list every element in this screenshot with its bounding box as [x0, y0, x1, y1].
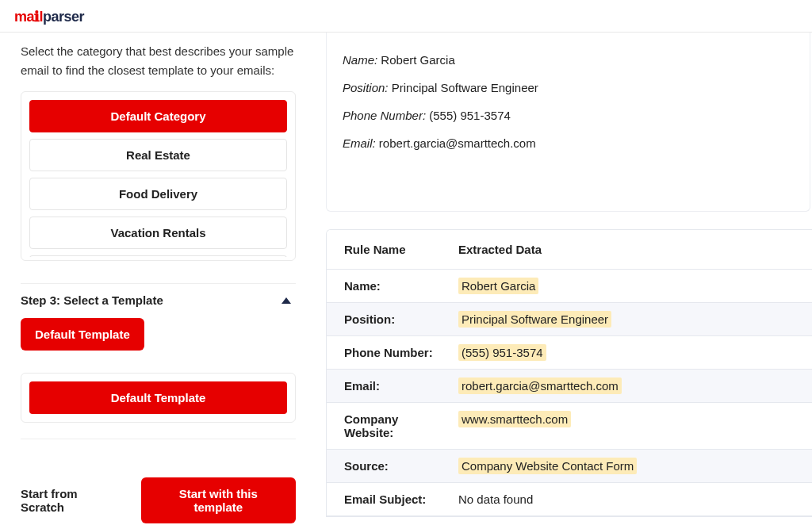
- step3-toggle[interactable]: Step 3: Select a Template: [21, 283, 296, 307]
- email-name-label: Name:: [343, 53, 377, 67]
- rule-name-cell: Company Website:: [327, 403, 452, 449]
- table-row: Email: robert.garcia@smarttech.com: [327, 370, 812, 403]
- table-row: Source: Company Website Contact Form: [327, 450, 812, 483]
- rules-table-header: Rule Name Extracted Data: [327, 230, 812, 270]
- table-row: Company Website: www.smarttech.com: [327, 403, 812, 450]
- default-template-button[interactable]: Default Template: [21, 318, 144, 351]
- category-food-delivery[interactable]: Food Delivery: [29, 178, 287, 210]
- email-email-value: robert.garcia@smarttech.com: [379, 136, 536, 150]
- email-phone-label: Phone Number:: [343, 109, 426, 122]
- extracted-data-cell: No data found: [452, 483, 812, 515]
- email-phone-line: Phone Number: (555) 951-3574: [343, 109, 794, 122]
- table-row: Name: Robert Garcia: [327, 270, 812, 303]
- email-name-line: Name: Robert Garcia: [343, 53, 794, 67]
- highlighted-value: robert.garcia@smarttech.com: [458, 377, 622, 394]
- intro-text: Select the category that best describes …: [21, 42, 296, 80]
- right-panel: Name: Robert Garcia Position: Principal …: [313, 33, 812, 525]
- extracted-data-cell: Principal Software Engineer: [452, 303, 812, 335]
- main-content: Select the category that best describes …: [0, 33, 812, 525]
- highlighted-value: www.smarttech.com: [458, 411, 571, 427]
- app-header: maℹlparser: [0, 0, 812, 33]
- extracted-data-cell: (555) 951-3574: [452, 336, 812, 369]
- category-real-estate[interactable]: Real Estate: [29, 139, 287, 171]
- template-card: Default Template: [21, 373, 296, 423]
- header-extracted-data: Extracted Data: [452, 230, 812, 269]
- logo-part2: parser: [43, 9, 84, 25]
- email-position-label: Position:: [343, 81, 389, 94]
- category-card: Default Category Real Estate Food Delive…: [21, 91, 296, 261]
- start-from-scratch-link[interactable]: Start from Scratch: [21, 487, 124, 514]
- highlighted-value: Principal Software Engineer: [458, 311, 611, 328]
- header-rule-name: Rule Name: [327, 230, 452, 269]
- email-preview-card: Name: Robert Garcia Position: Principal …: [326, 33, 810, 212]
- left-panel: Select the category that best describes …: [0, 33, 313, 525]
- rules-table: Rule Name Extracted Data Name: Robert Ga…: [326, 229, 812, 517]
- rule-name-cell: Position:: [327, 303, 452, 335]
- rule-name-cell: Email Subject:: [327, 483, 452, 515]
- chevron-up-icon: [282, 297, 291, 304]
- extracted-data-cell: Company Website Contact Form: [452, 450, 812, 482]
- category-vacation-rentals[interactable]: Vacation Rentals: [29, 217, 287, 249]
- rule-name-cell: Name:: [327, 270, 452, 302]
- step3-label: Step 3: Select a Template: [21, 293, 163, 307]
- template-option-default[interactable]: Default Template: [29, 381, 287, 414]
- footer-actions: Start from Scratch Start with this templ…: [21, 477, 296, 523]
- rule-name-cell: Source:: [327, 450, 452, 482]
- table-row: Phone Number: (555) 951-3574: [327, 336, 812, 370]
- highlighted-value: Robert Garcia: [458, 278, 538, 294]
- highlighted-value: (555) 951-3574: [458, 344, 546, 361]
- category-job-applications[interactable]: Job Applications: [29, 255, 287, 257]
- rule-name-cell: Email:: [327, 370, 452, 402]
- email-email-line: Email: robert.garcia@smarttech.com: [343, 136, 794, 150]
- category-default[interactable]: Default Category: [29, 100, 287, 132]
- start-with-template-button[interactable]: Start with this template: [141, 477, 296, 523]
- plain-value: No data found: [458, 492, 533, 506]
- table-row: Email Subject: No data found: [327, 483, 812, 516]
- email-phone-value: (555) 951-3574: [429, 109, 511, 122]
- extracted-data-cell: Robert Garcia: [452, 270, 812, 302]
- category-list: Default Category Real Estate Food Delive…: [29, 100, 287, 257]
- email-position-value: Principal Software Engineer: [392, 81, 538, 94]
- email-position-line: Position: Principal Software Engineer: [343, 81, 794, 94]
- extracted-data-cell: www.smarttech.com: [452, 403, 812, 435]
- email-email-label: Email:: [343, 136, 376, 150]
- logo: maℹlparser: [14, 9, 84, 25]
- email-name-value: Robert Garcia: [381, 53, 454, 67]
- divider: [21, 439, 296, 439]
- highlighted-value: Company Website Contact Form: [458, 458, 637, 474]
- rule-name-cell: Phone Number:: [327, 336, 452, 369]
- logo-part1: maℹl: [14, 9, 43, 25]
- table-row: Position: Principal Software Engineer: [327, 303, 812, 336]
- extracted-data-cell: robert.garcia@smarttech.com: [452, 370, 812, 402]
